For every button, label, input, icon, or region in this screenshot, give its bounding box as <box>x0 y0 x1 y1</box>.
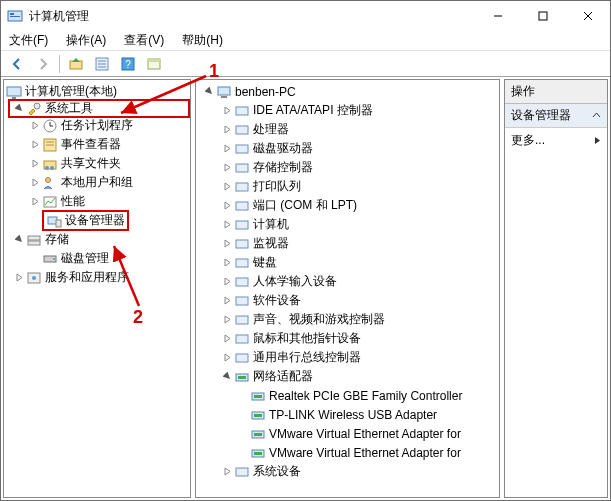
device-category[interactable]: 计算机 <box>198 215 499 234</box>
menu-action[interactable]: 操作(A) <box>62 30 110 51</box>
svg-point-26 <box>45 166 49 170</box>
expand-icon[interactable] <box>220 313 234 327</box>
network-adapter-item[interactable]: Realtek PCIe GBE Family Controller <box>198 386 499 405</box>
up-button[interactable] <box>64 53 88 75</box>
network-adapter-item[interactable]: VMware Virtual Ethernet Adapter for <box>198 443 499 462</box>
device-category[interactable]: 声音、视频和游戏控制器 <box>198 310 499 329</box>
expand-icon[interactable] <box>220 199 234 213</box>
minimize-button[interactable] <box>475 1 520 31</box>
performance-node[interactable]: 性能 <box>6 192 190 211</box>
view-button[interactable] <box>142 53 166 75</box>
expand-icon[interactable] <box>220 256 234 270</box>
properties-button[interactable] <box>90 53 114 75</box>
services-icon <box>26 270 42 286</box>
device-category[interactable]: 键盘 <box>198 253 499 272</box>
disk-mgmt-node[interactable]: 磁盘管理 <box>6 249 190 268</box>
expand-icon[interactable] <box>12 233 26 247</box>
expand-icon[interactable] <box>220 332 234 346</box>
expand-icon[interactable] <box>220 123 234 137</box>
tree-label: VMware Virtual Ethernet Adapter for <box>269 446 461 460</box>
tree-label: 声音、视频和游戏控制器 <box>253 311 385 328</box>
svg-rect-51 <box>236 316 248 324</box>
actions-more[interactable]: 更多... <box>505 128 607 153</box>
expand-icon[interactable] <box>220 142 234 156</box>
event-viewer-node[interactable]: 事件查看器 <box>6 135 190 154</box>
svg-rect-46 <box>236 221 248 229</box>
tree-label: 磁盘管理 <box>61 250 109 267</box>
device-category[interactable]: 人体学输入设备 <box>198 272 499 291</box>
svg-rect-41 <box>236 126 248 134</box>
expand-icon[interactable] <box>28 157 42 171</box>
forward-button[interactable] <box>31 53 55 75</box>
device-icon <box>250 407 266 423</box>
expand-icon[interactable] <box>220 237 234 251</box>
device-icon <box>250 388 266 404</box>
device-icon <box>234 350 250 366</box>
expand-icon[interactable] <box>220 161 234 175</box>
maximize-button[interactable] <box>520 1 565 31</box>
shared-folders-node[interactable]: 共享文件夹 <box>6 154 190 173</box>
tree-label: 软件设备 <box>253 292 301 309</box>
device-category[interactable]: 磁盘驱动器 <box>198 139 499 158</box>
expand-icon[interactable] <box>220 351 234 365</box>
expand-icon[interactable] <box>220 465 234 479</box>
performance-icon <box>42 194 58 210</box>
help-button[interactable]: ? <box>116 53 140 75</box>
device-tree-pane[interactable]: benben-PCIDE ATA/ATAPI 控制器处理器磁盘驱动器存储控制器打… <box>195 79 500 498</box>
expand-icon[interactable] <box>220 294 234 308</box>
app-icon <box>7 8 23 24</box>
device-category[interactable]: 端口 (COM 和 LPT) <box>198 196 499 215</box>
shared-folder-icon <box>42 156 58 172</box>
storage-node[interactable]: 存储 <box>6 230 190 249</box>
svg-rect-33 <box>28 241 40 245</box>
device-category[interactable]: 鼠标和其他指针设备 <box>198 329 499 348</box>
device-category[interactable]: IDE ATA/ATAPI 控制器 <box>198 101 499 120</box>
menubar: 文件(F) 操作(A) 查看(V) 帮助(H) <box>1 31 610 51</box>
tree-label: 系统设备 <box>253 463 301 480</box>
svg-rect-31 <box>56 220 61 227</box>
close-button[interactable] <box>565 1 610 31</box>
collapse-icon[interactable] <box>220 370 234 384</box>
back-button[interactable] <box>5 53 29 75</box>
services-apps-node[interactable]: 服务和应用程序 <box>6 268 190 287</box>
expand-icon[interactable] <box>28 195 42 209</box>
tree-label: 性能 <box>61 193 85 210</box>
menu-file[interactable]: 文件(F) <box>5 30 52 51</box>
network-adapter-item[interactable]: VMware Virtual Ethernet Adapter for <box>198 424 499 443</box>
clock-icon <box>42 118 58 134</box>
network-adapters-node[interactable]: 网络适配器 <box>198 367 499 386</box>
device-manager-node[interactable]: 设备管理器 <box>6 211 190 230</box>
actions-context[interactable]: 设备管理器 <box>505 104 607 128</box>
task-scheduler-node[interactable]: 任务计划程序 <box>6 116 190 135</box>
svg-rect-61 <box>254 433 262 436</box>
tree-label: 服务和应用程序 <box>45 269 129 286</box>
expand-icon[interactable] <box>28 138 42 152</box>
expand-icon[interactable] <box>12 271 26 285</box>
device-category[interactable]: 打印队列 <box>198 177 499 196</box>
device-category[interactable]: 存储控制器 <box>198 158 499 177</box>
device-icon <box>234 141 250 157</box>
system-devices-node[interactable]: 系统设备 <box>198 462 499 481</box>
expand-icon[interactable] <box>220 180 234 194</box>
local-users-node[interactable]: 本地用户和组 <box>6 173 190 192</box>
menu-help[interactable]: 帮助(H) <box>178 30 227 51</box>
device-category[interactable]: 通用串行总线控制器 <box>198 348 499 367</box>
device-category[interactable]: 处理器 <box>198 120 499 139</box>
device-category[interactable]: 软件设备 <box>198 291 499 310</box>
expand-icon[interactable] <box>28 119 42 133</box>
collapse-icon[interactable] <box>202 85 216 99</box>
device-category[interactable]: 监视器 <box>198 234 499 253</box>
network-adapter-item[interactable]: TP-LINK Wireless USB Adapter <box>198 405 499 424</box>
expand-icon[interactable] <box>28 176 42 190</box>
expand-icon[interactable] <box>12 102 26 116</box>
tree-label: 人体学输入设备 <box>253 273 337 290</box>
expand-icon[interactable] <box>220 218 234 232</box>
svg-rect-16 <box>7 87 21 96</box>
expand-icon[interactable] <box>220 104 234 118</box>
left-tree-pane[interactable]: 计算机管理(本地) 系统工具 任务计划程序 事件查看器 <box>3 79 191 498</box>
menu-view[interactable]: 查看(V) <box>120 30 168 51</box>
device-manager-icon <box>46 213 62 229</box>
expand-icon[interactable] <box>220 275 234 289</box>
svg-rect-4 <box>539 12 547 20</box>
device-root[interactable]: benben-PC <box>198 82 499 101</box>
